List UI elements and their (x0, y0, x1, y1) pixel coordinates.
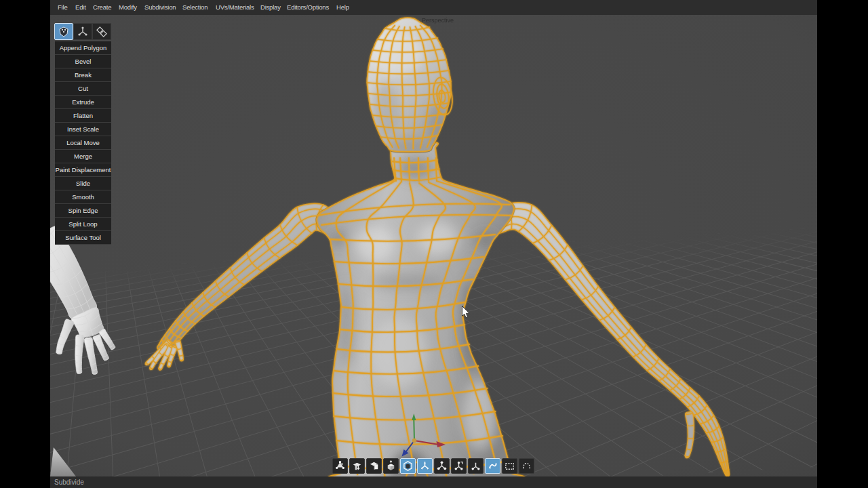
svg-text:Perspective: Perspective (422, 17, 454, 24)
